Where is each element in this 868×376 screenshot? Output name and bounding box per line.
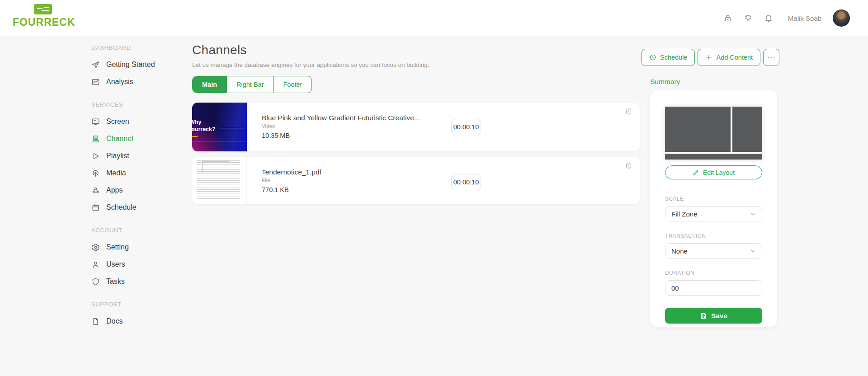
upload-icon	[91, 169, 100, 178]
content-size: 10.35 MB	[262, 132, 640, 139]
brand-name: FOURRECK	[13, 16, 73, 28]
transaction-select[interactable]: None	[665, 243, 762, 258]
sidebar-item-analysis[interactable]: Analysis	[91, 73, 184, 90]
thumbnail-small-text	[220, 128, 244, 130]
tab-right-bar[interactable]: Right Bar	[226, 76, 273, 93]
settings-icon[interactable]	[625, 162, 632, 169]
tab-footer[interactable]: Footer	[273, 76, 311, 93]
user-name[interactable]: Malik Soab	[788, 14, 821, 22]
settings-icon[interactable]	[625, 108, 632, 115]
content-title: Tendernotice_1.pdf	[262, 168, 640, 176]
sidebar-item-users[interactable]: Users	[91, 256, 184, 273]
sidebar-item-docs[interactable]: Docs	[91, 313, 184, 330]
sidebar-item-label: Users	[106, 260, 125, 268]
zone-tabs: Main Right Bar Footer	[192, 76, 312, 93]
top-header: FOURRECK Malik Soab	[0, 0, 868, 36]
summary-title: Summary	[650, 78, 680, 86]
play-icon	[91, 152, 100, 160]
page-actions: Schedule Add Content ⋯	[642, 49, 779, 66]
sidebar-item-media[interactable]: Media	[91, 164, 184, 182]
layout-zone-main	[665, 107, 731, 152]
sidebar-item-tasks[interactable]: Tasks	[91, 273, 184, 290]
sidebar-item-label: Schedule	[106, 203, 137, 212]
brand-logo[interactable]: FOURRECK	[13, 4, 73, 28]
content-type: Video	[262, 123, 640, 129]
edit-layout-label: Edit Layout	[703, 169, 735, 176]
calendar-icon	[91, 203, 100, 212]
logo-stripe	[37, 8, 42, 9]
logo-stripe	[44, 7, 49, 8]
content-info: Tendernotice_1.pdf File 770.1 KB	[262, 157, 640, 193]
add-content-button-label: Add Content	[716, 54, 753, 61]
video-thumbnail: Why fourreck?	[192, 103, 247, 151]
duration-field[interactable]	[665, 280, 762, 296]
thumbnail-divider	[192, 141, 247, 141]
avatar[interactable]	[833, 9, 850, 27]
apps-icon	[91, 186, 100, 195]
layout-preview	[665, 107, 762, 160]
main-content: Channels Let us manage the database engi…	[192, 43, 640, 204]
sidebar: DASHBOARD Getting Started Analysis SERVI…	[91, 44, 184, 330]
edit-layout-button[interactable]: Edit Layout	[665, 165, 762, 179]
tab-main[interactable]: Main	[193, 76, 226, 93]
pencil-icon	[693, 169, 699, 176]
duration-input[interactable]	[451, 119, 481, 135]
sidebar-item-channel[interactable]: Channel	[91, 130, 184, 147]
plus-icon	[705, 54, 712, 61]
scale-select[interactable]: Fill Zone	[665, 206, 762, 221]
pdf-thumbnail	[192, 157, 247, 204]
sidebar-item-apps[interactable]: Apps	[91, 182, 184, 199]
sidebar-item-screen[interactable]: Screen	[91, 113, 184, 130]
shield-icon	[91, 277, 100, 286]
bell-icon[interactable]	[764, 14, 773, 23]
sidebar-section-account: ACCOUNT	[91, 227, 184, 234]
sidebar-item-label: Screen	[106, 118, 129, 126]
duration-label: DURATION	[665, 270, 762, 276]
transaction-value: None	[671, 247, 688, 255]
save-button[interactable]: Save	[665, 308, 762, 324]
brand-logo-icon	[34, 4, 52, 14]
sidebar-item-label: Media	[106, 169, 126, 177]
sidebar-item-label: Getting Started	[106, 61, 155, 69]
lock-icon[interactable]	[723, 14, 732, 23]
transaction-label: TRANSACTION	[665, 233, 762, 239]
sidebar-section-support: SUPPORT	[91, 301, 184, 308]
sidebar-item-setting[interactable]: Setting	[91, 239, 184, 256]
sidebar-item-label: Docs	[106, 317, 123, 325]
sidebar-item-label: Tasks	[106, 277, 125, 286]
content-list: Why fourreck? Blue Pink and Yellow Gradi…	[192, 103, 640, 204]
layout-zone-right-bar	[732, 107, 762, 152]
thumbnail-accent-dash	[192, 136, 198, 137]
page-subtitle: Let us manage the database engines for y…	[192, 61, 640, 68]
content-info: Blue Pink and Yellow Gradient Futuristic…	[262, 103, 640, 139]
sidebar-item-label: Analysis	[106, 78, 133, 86]
chevron-down-icon	[750, 248, 756, 254]
bulb-icon[interactable]	[744, 14, 753, 23]
duration-input[interactable]	[451, 174, 481, 190]
screen-icon	[91, 118, 100, 126]
logo-stripe	[42, 10, 49, 11]
content-card-file[interactable]: Tendernotice_1.pdf File 770.1 KB	[192, 157, 640, 204]
sidebar-item-schedule[interactable]: Schedule	[91, 199, 184, 216]
schedule-button[interactable]: Schedule	[642, 49, 695, 66]
summary-panel: Edit Layout SCALE Fill Zone TRANSACTION …	[650, 90, 777, 327]
sidebar-item-label: Playlist	[106, 152, 129, 160]
sidebar-item-label: Apps	[106, 186, 123, 194]
sidebar-section-dashboard: DASHBOARD	[91, 44, 184, 52]
more-options-button[interactable]: ⋯	[763, 49, 779, 66]
content-type: File	[262, 178, 640, 183]
sidebar-section-services: SERVICES	[91, 101, 184, 108]
sidebar-item-getting-started[interactable]: Getting Started	[91, 56, 184, 73]
content-card-video[interactable]: Why fourreck? Blue Pink and Yellow Gradi…	[192, 103, 640, 151]
header-right-group: Malik Soab	[723, 0, 850, 36]
user-icon	[91, 260, 100, 269]
chevron-down-icon	[750, 211, 756, 217]
paper-plane-icon	[91, 61, 100, 69]
content-size: 770.1 KB	[262, 186, 640, 193]
page-title: Channels	[192, 43, 640, 57]
app-root: FOURRECK Malik Soab	[0, 0, 868, 376]
ellipsis-icon: ⋯	[767, 53, 775, 62]
sidebar-item-playlist[interactable]: Playlist	[91, 147, 184, 164]
add-content-button[interactable]: Add Content	[698, 49, 760, 66]
thumbnail-caption: Why fourreck?	[192, 118, 216, 133]
